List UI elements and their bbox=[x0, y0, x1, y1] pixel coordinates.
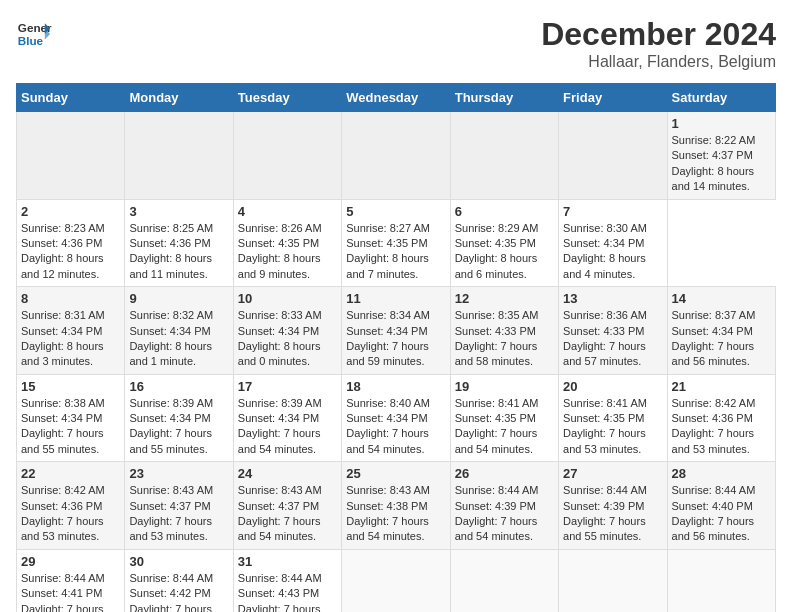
day-info: Sunrise: 8:35 AMSunset: 4:33 PMDaylight:… bbox=[455, 308, 554, 370]
sunrise: Sunrise: 8:33 AM bbox=[238, 309, 322, 321]
sunset: Sunset: 4:34 PM bbox=[21, 412, 102, 424]
day-cell: 15Sunrise: 8:38 AMSunset: 4:34 PMDayligh… bbox=[17, 374, 125, 462]
day-number: 19 bbox=[455, 379, 554, 394]
day-cell: 6Sunrise: 8:29 AMSunset: 4:35 PMDaylight… bbox=[450, 199, 558, 287]
sunset: Sunset: 4:39 PM bbox=[563, 500, 644, 512]
day-number: 12 bbox=[455, 291, 554, 306]
day-number: 10 bbox=[238, 291, 337, 306]
daylight: Daylight: 7 hours and 54 minutes. bbox=[238, 427, 321, 454]
day-cell: 2Sunrise: 8:23 AMSunset: 4:36 PMDaylight… bbox=[17, 199, 125, 287]
day-info: Sunrise: 8:34 AMSunset: 4:34 PMDaylight:… bbox=[346, 308, 445, 370]
day-cell bbox=[450, 112, 558, 200]
sunrise: Sunrise: 8:27 AM bbox=[346, 222, 430, 234]
col-header-tuesday: Tuesday bbox=[233, 84, 341, 112]
day-info: Sunrise: 8:36 AMSunset: 4:33 PMDaylight:… bbox=[563, 308, 662, 370]
sunrise: Sunrise: 8:36 AM bbox=[563, 309, 647, 321]
day-cell: 9Sunrise: 8:32 AMSunset: 4:34 PMDaylight… bbox=[125, 287, 233, 375]
sunrise: Sunrise: 8:39 AM bbox=[129, 397, 213, 409]
daylight: Daylight: 8 hours and 7 minutes. bbox=[346, 252, 429, 279]
day-number: 4 bbox=[238, 204, 337, 219]
daylight: Daylight: 8 hours and 0 minutes. bbox=[238, 340, 321, 367]
sunset: Sunset: 4:35 PM bbox=[346, 237, 427, 249]
sunset: Sunset: 4:34 PM bbox=[238, 412, 319, 424]
day-cell: 8Sunrise: 8:31 AMSunset: 4:34 PMDaylight… bbox=[17, 287, 125, 375]
daylight: Daylight: 7 hours and 54 minutes. bbox=[455, 515, 538, 542]
sunset: Sunset: 4:35 PM bbox=[563, 412, 644, 424]
day-info: Sunrise: 8:25 AMSunset: 4:36 PMDaylight:… bbox=[129, 221, 228, 283]
day-cell: 16Sunrise: 8:39 AMSunset: 4:34 PMDayligh… bbox=[125, 374, 233, 462]
day-number: 5 bbox=[346, 204, 445, 219]
day-number: 13 bbox=[563, 291, 662, 306]
day-info: Sunrise: 8:43 AMSunset: 4:38 PMDaylight:… bbox=[346, 483, 445, 545]
day-info: Sunrise: 8:38 AMSunset: 4:34 PMDaylight:… bbox=[21, 396, 120, 458]
sunset: Sunset: 4:33 PM bbox=[563, 325, 644, 337]
daylight: Daylight: 7 hours and 55 minutes. bbox=[129, 427, 212, 454]
day-info: Sunrise: 8:33 AMSunset: 4:34 PMDaylight:… bbox=[238, 308, 337, 370]
sunrise: Sunrise: 8:44 AM bbox=[672, 484, 756, 496]
sunset: Sunset: 4:36 PM bbox=[21, 237, 102, 249]
sunrise: Sunrise: 8:29 AM bbox=[455, 222, 539, 234]
svg-text:Blue: Blue bbox=[18, 34, 44, 47]
day-header-row: SundayMondayTuesdayWednesdayThursdayFrid… bbox=[17, 84, 776, 112]
day-cell: 27Sunrise: 8:44 AMSunset: 4:39 PMDayligh… bbox=[559, 462, 667, 550]
day-info: Sunrise: 8:43 AMSunset: 4:37 PMDaylight:… bbox=[129, 483, 228, 545]
day-cell: 11Sunrise: 8:34 AMSunset: 4:34 PMDayligh… bbox=[342, 287, 450, 375]
daylight: Daylight: 8 hours and 12 minutes. bbox=[21, 252, 104, 279]
daylight: Daylight: 7 hours and 54 minutes. bbox=[346, 427, 429, 454]
day-cell: 25Sunrise: 8:43 AMSunset: 4:38 PMDayligh… bbox=[342, 462, 450, 550]
daylight: Daylight: 7 hours and 59 minutes. bbox=[346, 340, 429, 367]
week-row-5: 22Sunrise: 8:42 AMSunset: 4:36 PMDayligh… bbox=[17, 462, 776, 550]
day-cell bbox=[450, 549, 558, 612]
sunset: Sunset: 4:34 PM bbox=[563, 237, 644, 249]
day-info: Sunrise: 8:22 AMSunset: 4:37 PMDaylight:… bbox=[672, 133, 771, 195]
day-cell: 1Sunrise: 8:22 AMSunset: 4:37 PMDaylight… bbox=[667, 112, 775, 200]
sunset: Sunset: 4:36 PM bbox=[672, 412, 753, 424]
day-info: Sunrise: 8:41 AMSunset: 4:35 PMDaylight:… bbox=[563, 396, 662, 458]
page-subtitle: Hallaar, Flanders, Belgium bbox=[541, 53, 776, 71]
day-number: 20 bbox=[563, 379, 662, 394]
sunset: Sunset: 4:37 PM bbox=[672, 149, 753, 161]
day-cell: 29Sunrise: 8:44 AMSunset: 4:41 PMDayligh… bbox=[17, 549, 125, 612]
day-cell: 22Sunrise: 8:42 AMSunset: 4:36 PMDayligh… bbox=[17, 462, 125, 550]
day-cell: 4Sunrise: 8:26 AMSunset: 4:35 PMDaylight… bbox=[233, 199, 341, 287]
sunrise: Sunrise: 8:43 AM bbox=[238, 484, 322, 496]
day-info: Sunrise: 8:30 AMSunset: 4:34 PMDaylight:… bbox=[563, 221, 662, 283]
daylight: Daylight: 7 hours and 54 minutes. bbox=[238, 515, 321, 542]
sunrise: Sunrise: 8:26 AM bbox=[238, 222, 322, 234]
day-number: 6 bbox=[455, 204, 554, 219]
day-number: 29 bbox=[21, 554, 120, 569]
sunset: Sunset: 4:35 PM bbox=[455, 237, 536, 249]
col-header-wednesday: Wednesday bbox=[342, 84, 450, 112]
sunset: Sunset: 4:36 PM bbox=[129, 237, 210, 249]
sunset: Sunset: 4:34 PM bbox=[672, 325, 753, 337]
daylight: Daylight: 8 hours and 9 minutes. bbox=[238, 252, 321, 279]
day-number: 26 bbox=[455, 466, 554, 481]
logo-icon: General Blue bbox=[16, 16, 52, 52]
day-info: Sunrise: 8:26 AMSunset: 4:35 PMDaylight:… bbox=[238, 221, 337, 283]
day-cell: 24Sunrise: 8:43 AMSunset: 4:37 PMDayligh… bbox=[233, 462, 341, 550]
day-cell: 10Sunrise: 8:33 AMSunset: 4:34 PMDayligh… bbox=[233, 287, 341, 375]
calendar-table: SundayMondayTuesdayWednesdayThursdayFrid… bbox=[16, 83, 776, 612]
day-cell bbox=[559, 112, 667, 200]
sunrise: Sunrise: 8:42 AM bbox=[21, 484, 105, 496]
daylight: Daylight: 7 hours and 56 minutes. bbox=[21, 603, 104, 612]
day-info: Sunrise: 8:23 AMSunset: 4:36 PMDaylight:… bbox=[21, 221, 120, 283]
sunrise: Sunrise: 8:39 AM bbox=[238, 397, 322, 409]
day-info: Sunrise: 8:31 AMSunset: 4:34 PMDaylight:… bbox=[21, 308, 120, 370]
day-number: 14 bbox=[672, 291, 771, 306]
sunset: Sunset: 4:39 PM bbox=[455, 500, 536, 512]
daylight: Daylight: 7 hours and 55 minutes. bbox=[21, 427, 104, 454]
daylight: Daylight: 8 hours and 1 minute. bbox=[129, 340, 212, 367]
sunset: Sunset: 4:35 PM bbox=[238, 237, 319, 249]
sunset: Sunset: 4:35 PM bbox=[455, 412, 536, 424]
day-number: 2 bbox=[21, 204, 120, 219]
daylight: Daylight: 7 hours and 56 minutes. bbox=[672, 515, 755, 542]
daylight: Daylight: 8 hours and 3 minutes. bbox=[21, 340, 104, 367]
sunset: Sunset: 4:34 PM bbox=[346, 412, 427, 424]
daylight: Daylight: 8 hours and 14 minutes. bbox=[672, 165, 755, 192]
day-info: Sunrise: 8:42 AMSunset: 4:36 PMDaylight:… bbox=[672, 396, 771, 458]
day-number: 28 bbox=[672, 466, 771, 481]
day-cell bbox=[342, 549, 450, 612]
day-info: Sunrise: 8:29 AMSunset: 4:35 PMDaylight:… bbox=[455, 221, 554, 283]
col-header-sunday: Sunday bbox=[17, 84, 125, 112]
